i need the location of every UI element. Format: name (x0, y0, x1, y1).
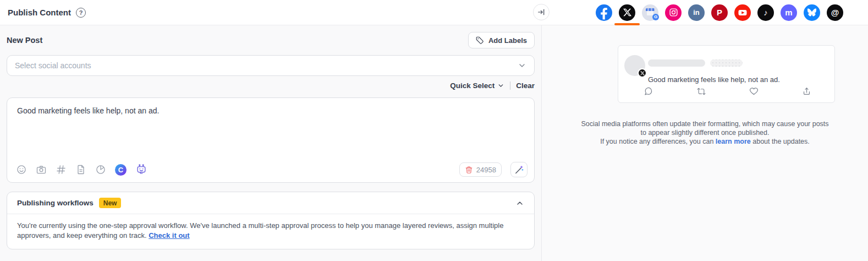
composer-toolbar: C 24958 (16, 162, 528, 177)
trash-icon (465, 166, 473, 174)
select-placeholder: Select social accounts (15, 61, 91, 70)
selected-network-indicator (614, 23, 640, 25)
post-preview-card: Good marketing feels like help, not an a… (618, 45, 835, 103)
skeleton-bar (710, 59, 743, 67)
divider (510, 81, 510, 90)
network-tab-x[interactable] (619, 4, 635, 21)
linkedin-icon: in (693, 9, 700, 16)
chevron-up-icon (515, 199, 524, 208)
header-left: Publish Content ? (0, 0, 542, 25)
x-icon (640, 71, 645, 75)
preview-post-text: Good marketing feels like help, not an a… (648, 75, 780, 84)
workflows-header[interactable]: Publishing workflows New (7, 192, 534, 214)
magic-wand-icon (514, 165, 524, 175)
character-counter[interactable]: 24958 (459, 162, 502, 177)
canva-icon[interactable]: C (115, 164, 127, 176)
page-title: Publish Content (8, 8, 71, 17)
learn-more-link[interactable]: learn more (716, 138, 751, 145)
x-icon (623, 8, 631, 17)
preview-actions (644, 86, 811, 96)
camera-icon[interactable] (36, 164, 47, 175)
skeleton-bar (648, 59, 705, 67)
collapse-panel-button[interactable] (533, 4, 550, 20)
reply-icon (644, 86, 653, 96)
repost-icon (696, 86, 706, 96)
bluesky-butterfly-icon (807, 8, 816, 17)
network-tab-pinterest[interactable]: P (711, 4, 728, 21)
emoji-icon[interactable] (16, 164, 27, 175)
network-tabs: G in P ♪ m @ (542, 0, 868, 25)
network-tab-bluesky[interactable] (804, 4, 820, 21)
mastodon-icon: m (785, 8, 792, 17)
help-icon[interactable]: ? (76, 8, 86, 18)
instagram-icon (669, 8, 678, 17)
workflows-title: Publishing workflows (17, 199, 94, 207)
avatar (624, 55, 645, 76)
arrow-to-bar-icon (537, 8, 546, 17)
check-it-out-link[interactable]: Check it out (149, 231, 189, 240)
network-tab-youtube[interactable] (734, 4, 751, 21)
post-text-input[interactable]: Good marketing feels like help, not an a… (17, 106, 524, 115)
compose-panel: New Post Add Labels Select social accoun… (0, 25, 542, 261)
pie-chart-icon[interactable] (95, 164, 106, 175)
quick-select-button[interactable]: Quick Select (450, 81, 504, 90)
youtube-icon (734, 4, 751, 21)
clear-button[interactable]: Clear (516, 81, 535, 90)
pinterest-icon: P (717, 8, 722, 17)
network-tab-threads[interactable]: @ (827, 4, 843, 21)
network-tab-instagram[interactable] (665, 4, 682, 21)
tag-icon (476, 36, 484, 45)
hashtag-icon[interactable] (56, 164, 67, 175)
chevron-down-icon (518, 61, 526, 70)
social-accounts-select[interactable]: Select social accounts (7, 55, 535, 76)
publishing-workflows-card: Publishing workflows New You're currentl… (7, 192, 535, 249)
share-icon (802, 86, 811, 96)
new-post-title: New Post (7, 36, 42, 45)
ai-magic-wand-button[interactable] (510, 162, 528, 177)
panel-divider (541, 0, 542, 261)
header: Publish Content ? G in (0, 0, 868, 25)
username-skeleton (648, 59, 743, 67)
ai-robot-icon[interactable] (135, 164, 147, 176)
workflows-body: You're currently using the one-step appr… (7, 214, 534, 249)
storefront-icon (646, 8, 655, 11)
post-composer[interactable]: Good marketing feels like help, not an a… (7, 97, 535, 183)
document-icon[interactable] (75, 164, 86, 175)
facebook-icon (596, 4, 612, 21)
network-tab-google-business[interactable]: G (642, 4, 658, 21)
google-g-badge: G (652, 14, 659, 20)
add-labels-button[interactable]: Add Labels (468, 32, 535, 48)
like-icon (749, 86, 759, 96)
threads-icon: @ (831, 8, 839, 17)
tiktok-icon: ♪ (763, 8, 768, 17)
publish-content-page: Publish Content ? G in (0, 0, 868, 261)
network-tab-tiktok[interactable]: ♪ (757, 4, 774, 21)
preview-panel: Good marketing feels like help, not an a… (542, 25, 868, 261)
formatting-disclaimer: Social media platforms often update thei… (581, 119, 829, 146)
network-tab-mastodon[interactable]: m (781, 4, 797, 21)
network-tab-facebook[interactable] (596, 4, 612, 21)
network-tab-linkedin[interactable]: in (688, 4, 705, 21)
x-network-badge (638, 68, 647, 78)
chevron-down-icon (497, 82, 504, 89)
char-count-value: 24958 (476, 166, 496, 174)
new-badge: New (99, 198, 122, 208)
